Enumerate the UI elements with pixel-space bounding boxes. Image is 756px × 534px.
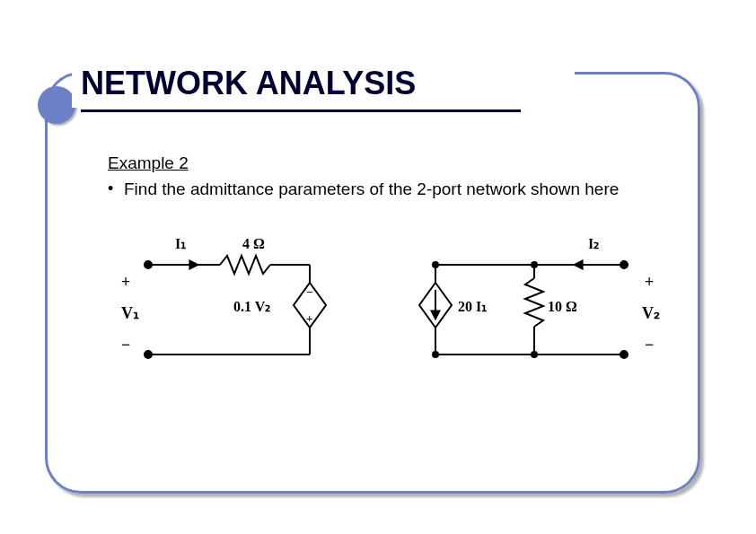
- example-label: Example 2: [108, 153, 664, 175]
- slide-frame: NETWORK ANALYSIS Example 2 • Find the ad…: [45, 36, 709, 503]
- slide-title: NETWORK ANALYSIS: [81, 65, 416, 102]
- svg-point-13: [145, 351, 152, 358]
- svg-point-15: [620, 351, 628, 358]
- svg-text:+: +: [306, 311, 312, 325]
- bullet-text: Find the admittance parameters of the 2-…: [124, 179, 664, 201]
- svg-point-14: [620, 261, 628, 268]
- title-underline: [81, 109, 521, 112]
- label-I1: I₁: [175, 236, 186, 251]
- label-depI: 20 I₁: [458, 299, 487, 314]
- label-V2: V₂: [642, 304, 660, 322]
- svg-point-18: [433, 352, 438, 357]
- bullet-row: • Find the admittance parameters of the …: [108, 179, 664, 201]
- label-depV: 0.1 V₂: [233, 299, 270, 314]
- label-V1: V₁: [121, 304, 139, 322]
- accent-circle: [38, 86, 75, 124]
- label-I2: I₂: [588, 236, 599, 251]
- label-V2-minus: −: [645, 336, 654, 354]
- svg-point-16: [433, 262, 438, 267]
- label-V1-plus: +: [121, 273, 130, 291]
- content-block: Example 2 • Find the admittance paramete…: [108, 153, 664, 200]
- circuit-diagram: I₁ 4 Ω I₂ + V₁ − + V₂ − − + 0.1 V₂ 20 I₁…: [121, 229, 660, 381]
- label-Rseries: 4 Ω: [242, 236, 265, 251]
- svg-point-17: [532, 262, 537, 267]
- label-Rout: 10 Ω: [548, 299, 577, 314]
- svg-text:−: −: [306, 285, 312, 299]
- svg-point-12: [145, 261, 152, 268]
- label-V2-plus: +: [645, 273, 654, 291]
- label-V1-minus: −: [121, 336, 130, 354]
- svg-point-19: [532, 352, 537, 357]
- bullet-dot: •: [108, 179, 124, 201]
